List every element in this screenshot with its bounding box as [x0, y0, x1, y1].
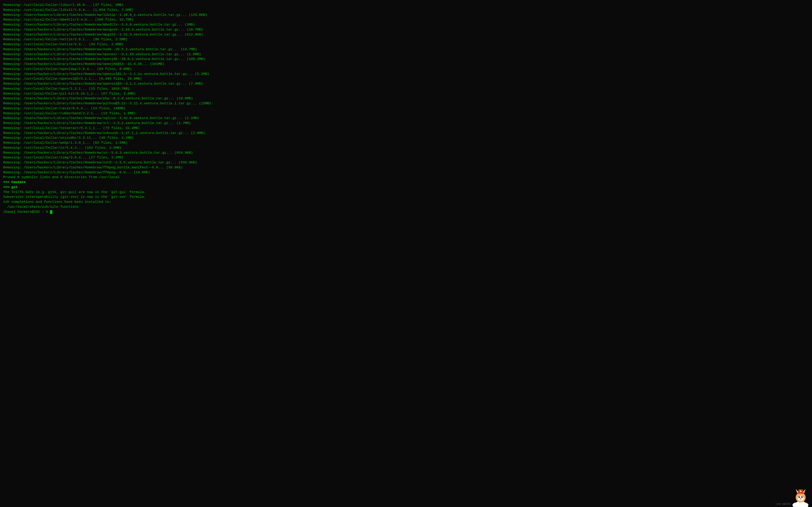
terminal-line: Removing: /Users/hackerx/Library/Caches/… — [3, 165, 809, 170]
terminal-line: Removing: /usr/local/Cellar/unixodbc/2.3… — [3, 135, 809, 140]
cursor-block — [50, 210, 52, 214]
terminal-line: Removing: /usr/local/Cellar/tesseract/5.… — [3, 126, 809, 131]
caveats-line: ==> Caveats — [3, 180, 809, 185]
terminal-line: Removing: /usr/local/Cellar/rubberband/3… — [3, 111, 809, 116]
terminal-line: Removing: /usr/local/Cellar/p11-kit/0.24… — [3, 92, 809, 97]
terminal-line: Removing: /Users/hackerx/Library/Caches/… — [3, 47, 809, 52]
terminal-line: Removing: /Users/hackerx/Library/Caches/… — [3, 170, 809, 175]
caveats-section: ==> Caveats ==> git The Tcl/Tk GUIs (e.g… — [3, 180, 809, 210]
terminal-line: Pruned 0 symbolic links and 9 directorie… — [3, 175, 809, 180]
terminal-line: Removing: /Users/hackerx/Library/Caches/… — [3, 101, 809, 106]
caveats-arrow: ==> — [3, 180, 9, 184]
git-line: Subversion interoperability (git-svn) is… — [3, 194, 809, 200]
terminal-line: Removing: /Users/hackerx/Library/Caches/… — [3, 62, 809, 67]
zsh-line: zsh completions and functions have been … — [3, 200, 809, 205]
terminal-line: Removing: /usr/local/Cellar/zimg/3.0.4..… — [3, 155, 809, 160]
terminal-line: Removing: /Users/hackerx/Library/Caches/… — [3, 160, 809, 165]
zsh-info-lines: zsh completions and functions have been … — [3, 200, 809, 210]
terminal-line: Removing: /Users/hackerx/Library/Caches/… — [3, 96, 809, 101]
terminal-line: Removing: /usr/local/Cellar/libuv/1.45.0… — [3, 3, 809, 8]
terminal-window: Removing: /usr/local/Cellar/libuv/1.45.0… — [0, 0, 812, 507]
terminal-line: Removing: /usr/local/Cellar/openssl@3/3.… — [3, 76, 809, 81]
terminal-line: Removing: /usr/local/Cellar/nettle/3.8.1… — [3, 37, 809, 42]
terminal-line: Removing: /usr/local/Cellar/openldap/2.6… — [3, 67, 809, 72]
terminal-line: Removing: /usr/local/Cellar/libx11/1.8.4… — [3, 8, 809, 13]
terminal-line: Removing: /Users/hackerx/Library/Caches/… — [3, 27, 809, 33]
terminal-line: Removing: /Users/hackerx/Library/Caches/… — [3, 52, 809, 57]
svg-point-10 — [800, 498, 801, 499]
git-arrow-line: ==> git — [3, 185, 809, 190]
terminal-line: Removing: /Users/hackerx/Library/Caches/… — [3, 13, 809, 18]
mascot-image — [792, 487, 810, 505]
terminal-line: Removing: /usr/local/Cellar/mbedtls/3.4.… — [3, 17, 809, 22]
git-line: The Tcl/Tk GUIs (e.g. gitk, git-gui) are… — [3, 190, 809, 195]
command-prompt[interactable]: (base) hackerx@192 ~ % — [3, 210, 809, 215]
mascot-svg — [792, 487, 810, 507]
terminal-line: Removing: /Users/hackerx/Library/Caches/… — [3, 57, 809, 62]
terminal-line: Removing: /Users/hackerx/Library/Caches/… — [3, 72, 809, 77]
svg-point-9 — [802, 497, 803, 497]
git-title: git — [11, 185, 17, 189]
git-info-lines: The Tcl/Tk GUIs (e.g. gitk, git-gui) are… — [3, 190, 809, 200]
terminal-line: Removing: /Users/hackerx/Library/Caches/… — [3, 22, 809, 27]
terminal-line: Removing: /Users/hackerx/Library/Caches/… — [3, 121, 809, 126]
terminal-line: Removing: /Users/hackerx/Library/Caches/… — [3, 151, 809, 156]
terminal-output: Removing: /usr/local/Cellar/libuv/1.45.0… — [3, 3, 809, 180]
terminal-line: Removing: /usr/local/Cellar/ravie/0.6.4.… — [3, 106, 809, 111]
caveats-title: Caveats — [11, 180, 26, 184]
terminal-line: Removing: /usr/local/Cellar/xz/5.4.3... … — [3, 146, 809, 151]
zsh-line: /usr/local/share/zsh/site-functions — [3, 205, 809, 210]
watermark-text: CSDN @极客果 — [775, 503, 791, 506]
terminal-line: Removing: /usr/local/Cellar/webp/1.3.0_1… — [3, 140, 809, 146]
terminal-line: Removing: /usr/local/Cellar/opus/1.3.1..… — [3, 87, 809, 92]
git-arrow: ==> — [3, 185, 9, 189]
svg-point-8 — [799, 497, 800, 497]
prompt-text: (base) hackerx@192 ~ % — [3, 210, 50, 214]
terminal-line: Removing: /Users/hackerx/Library/Caches/… — [3, 81, 809, 87]
terminal-line: Removing: /Users/hackerx/Library/Caches/… — [3, 116, 809, 121]
terminal-line: Removing: /usr/local/Cellar/nettle/3.9..… — [3, 42, 809, 47]
terminal-line: Removing: /Users/hackerx/Library/Caches/… — [3, 33, 809, 37]
terminal-line: Removing: /Users/hackerx/Library/Caches/… — [3, 131, 809, 136]
